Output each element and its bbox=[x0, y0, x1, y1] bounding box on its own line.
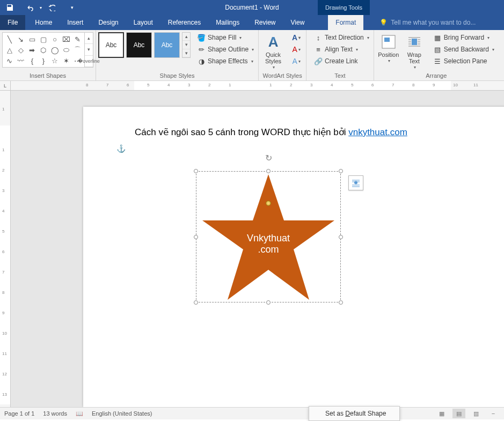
zoom-out[interactable]: − bbox=[487, 409, 500, 418]
tab-mailings[interactable]: Mailings bbox=[208, 15, 247, 30]
tab-view[interactable]: View bbox=[283, 15, 312, 30]
style-up[interactable]: ▴ bbox=[182, 33, 190, 41]
shape-triangle[interactable]: △ bbox=[4, 45, 15, 55]
style-preset-2[interactable]: Abc bbox=[126, 32, 152, 58]
style-expand[interactable]: ▾ bbox=[182, 49, 190, 57]
shape-line[interactable]: ╲ bbox=[4, 34, 15, 45]
tab-insert[interactable]: Insert bbox=[60, 15, 91, 30]
wrap-text-label: Wrap Text bbox=[407, 51, 421, 64]
workspace: 112345678910111213 Cách vẽ ngôi sao 5 cá… bbox=[0, 91, 504, 407]
group-label: Shape Styles bbox=[98, 71, 256, 80]
shape-style-gallery[interactable]: Abc Abc Abc ▴ ▾ ▾ bbox=[98, 32, 191, 58]
tab-home[interactable]: Home bbox=[27, 15, 60, 30]
shape-brace[interactable]: { bbox=[26, 55, 38, 66]
shape-star[interactable]: ☆ bbox=[49, 55, 61, 66]
text-outline-button[interactable]: A▾ bbox=[289, 44, 304, 55]
adjust-handle[interactable] bbox=[266, 201, 271, 206]
create-link-button[interactable]: 🔗 Create Link bbox=[312, 56, 371, 67]
document-text[interactable]: Cách vẽ ngôi sao 5 cánh trong WORD thực … bbox=[135, 127, 407, 138]
tab-review[interactable]: Review bbox=[247, 15, 283, 30]
shape-rect[interactable]: ▭ bbox=[26, 34, 38, 45]
document-area[interactable]: Cách vẽ ngôi sao 5 cánh trong WORD thực … bbox=[11, 91, 504, 407]
align-text-button[interactable]: ≡ Align Text▾ bbox=[312, 44, 371, 55]
shape-diamond[interactable]: ◇ bbox=[15, 45, 26, 55]
status-page[interactable]: Page 1 of 1 bbox=[4, 410, 34, 417]
tell-me-search[interactable]: 💡 Tell me what you want to do... bbox=[363, 15, 476, 30]
ruler-tab-selector[interactable]: L bbox=[0, 81, 11, 91]
shape-ellipse2[interactable]: ◯ bbox=[49, 45, 61, 55]
shape-edit[interactable]: ✎ bbox=[72, 34, 83, 45]
star-text-line1: Vnkythuat bbox=[247, 233, 290, 243]
undo-dropdown[interactable]: ▾ bbox=[38, 1, 44, 14]
send-backward-button[interactable]: ▧ Send Backward▾ bbox=[431, 44, 496, 55]
text-effects-button[interactable]: A▾ bbox=[289, 56, 304, 67]
shape-freeform[interactable]: 〰 bbox=[15, 55, 26, 66]
bring-forward-label: Bring Forward bbox=[444, 34, 484, 41]
tab-file[interactable]: File bbox=[0, 15, 25, 30]
group-label: Text bbox=[309, 71, 371, 80]
quick-styles-button[interactable]: A Quick Styles▾ bbox=[261, 32, 286, 71]
wrap-text-button[interactable]: Wrap Text▾ bbox=[402, 32, 427, 71]
rotate-handle[interactable]: ↻ bbox=[265, 153, 272, 163]
resize-handle-br[interactable] bbox=[339, 300, 343, 305]
shape-curve[interactable]: ∿ bbox=[4, 55, 15, 66]
shape-fill-button[interactable]: 🪣 Shape Fill▾ bbox=[195, 32, 256, 43]
gallery-down[interactable]: ▾ bbox=[85, 44, 93, 55]
ctx-set-default-shape[interactable]: Set as Default Shape bbox=[309, 408, 399, 419]
style-preset-1[interactable]: Abc bbox=[98, 32, 124, 58]
shape-effects-button[interactable]: ◑ Shape Effects▾ bbox=[195, 56, 256, 67]
shape-textbox[interactable]: ⌧ bbox=[61, 34, 72, 45]
align-text-label: Align Text bbox=[325, 46, 353, 53]
shape-rightarrow[interactable]: ➡ bbox=[26, 45, 38, 55]
qat-customize[interactable]: ▾ bbox=[65, 1, 78, 14]
view-print-layout[interactable]: ▤ bbox=[452, 409, 465, 418]
shape-oval[interactable]: ○ bbox=[49, 34, 61, 45]
doc-text-prefix: Cách vẽ ngôi sao 5 cánh trong WORD thực … bbox=[135, 127, 348, 137]
group-wordart-styles: A Quick Styles▾ A▾ A▾ A▾ WordArt Styles bbox=[259, 30, 306, 80]
shape-burst[interactable]: ✶ bbox=[61, 55, 72, 66]
save-button[interactable] bbox=[3, 1, 16, 14]
text-fill-button[interactable]: A▾ bbox=[289, 32, 304, 43]
resize-handle-bm[interactable] bbox=[266, 300, 271, 305]
text-direction-button[interactable]: ↕ Text Direction▾ bbox=[312, 32, 371, 43]
shape-arrow[interactable]: ↘ bbox=[15, 34, 26, 45]
view-web-layout[interactable]: ▥ bbox=[470, 409, 483, 418]
layout-options-button[interactable] bbox=[348, 175, 363, 190]
gallery-up[interactable]: ▴ bbox=[85, 33, 93, 44]
star-text[interactable]: Vnkythuat .com bbox=[196, 233, 341, 255]
doc-link[interactable]: vnkythuat.com bbox=[348, 127, 407, 137]
status-proofing-icon[interactable]: 📖 bbox=[76, 410, 83, 417]
view-read-mode[interactable]: ▦ bbox=[435, 409, 448, 418]
contextual-tab-title: Drawing Tools bbox=[318, 0, 370, 15]
resize-handle-bl[interactable] bbox=[194, 300, 198, 305]
ruler-horizontal[interactable]: 876543211234567891011 bbox=[11, 81, 504, 91]
tab-format[interactable]: Format bbox=[328, 15, 363, 30]
selection-pane-button[interactable]: ☰ Selection Pane bbox=[431, 56, 496, 67]
position-button[interactable]: Position▾ bbox=[376, 32, 401, 65]
tab-layout[interactable]: Layout bbox=[126, 15, 160, 30]
status-words[interactable]: 13 words bbox=[43, 410, 67, 417]
shape-arc[interactable]: ⌒ bbox=[72, 45, 83, 55]
shape-roundrect[interactable]: ▢ bbox=[38, 34, 49, 45]
gallery-expand[interactable]: �overline bbox=[85, 56, 93, 67]
shape-hexagon[interactable]: ⬡ bbox=[38, 45, 49, 55]
resize-handle-tm[interactable] bbox=[266, 169, 271, 173]
style-down[interactable]: ▾ bbox=[182, 41, 190, 49]
shape-brace2[interactable]: } bbox=[38, 55, 49, 66]
selection-pane-icon: ☰ bbox=[433, 57, 442, 65]
resize-handle-tl[interactable] bbox=[194, 169, 198, 173]
tab-references[interactable]: References bbox=[160, 15, 208, 30]
undo-button[interactable] bbox=[24, 1, 36, 14]
shape-callout[interactable]: ⬭ bbox=[61, 45, 72, 55]
shape-outline-button[interactable]: ✏ Shape Outline▾ bbox=[195, 44, 256, 55]
bring-forward-button[interactable]: ▦ Bring Forward▾ bbox=[431, 32, 496, 43]
style-preset-3[interactable]: Abc bbox=[154, 32, 180, 58]
tab-design[interactable]: Design bbox=[91, 15, 126, 30]
resize-handle-tr[interactable] bbox=[339, 169, 343, 173]
pen-icon: ✏ bbox=[197, 45, 206, 54]
shapes-gallery[interactable]: ╲ ↘ ▭ ▢ ○ ⌧ ✎ △ ◇ ➡ ⬡ ◯ ⬭ ⌒ ∿ 〰 { bbox=[2, 32, 93, 68]
ruler-vertical[interactable]: 112345678910111213 bbox=[0, 91, 11, 407]
shape-selection[interactable]: ↻ Vnkythuat .com bbox=[196, 171, 341, 302]
redo-button[interactable] bbox=[45, 1, 58, 14]
status-language[interactable]: English (United States) bbox=[92, 410, 152, 417]
